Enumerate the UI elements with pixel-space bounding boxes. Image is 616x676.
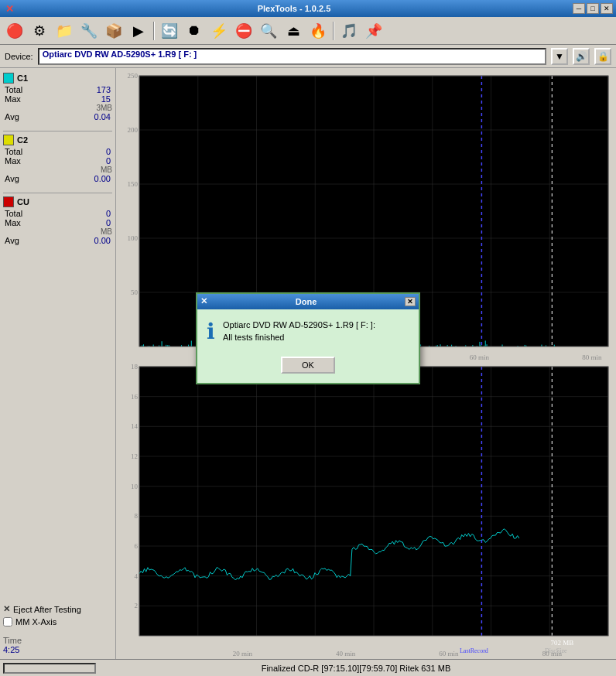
dialog-body: ℹ Optiarc DVD RW AD-5290S+ 1.R9 [ F: ]: … xyxy=(197,309,419,353)
dialog-footer: OK xyxy=(197,353,419,383)
dialog-ok-button[interactable]: OK xyxy=(281,357,335,374)
dialog-info-icon: ℹ xyxy=(207,319,215,344)
done-dialog: ✕ Done ✕ ℹ Optiarc DVD RW AD-5290S+ 1.R9… xyxy=(196,292,420,384)
dialog-title-bar: ✕ Done ✕ xyxy=(197,294,419,309)
dialog-message-line2: All tests finished xyxy=(223,331,375,344)
dialog-close-button[interactable]: ✕ xyxy=(405,297,416,306)
dialog-message: Optiarc DVD RW AD-5290S+ 1.R9 [ F: ]: Al… xyxy=(223,319,375,344)
dialog-overlay: ✕ Done ✕ ℹ Optiarc DVD RW AD-5290S+ 1.R9… xyxy=(0,0,616,676)
dialog-title: Done xyxy=(296,297,317,306)
dialog-message-line1: Optiarc DVD RW AD-5290S+ 1.R9 [ F: ]: xyxy=(223,319,375,332)
dialog-icon-x: ✕ xyxy=(200,296,207,306)
